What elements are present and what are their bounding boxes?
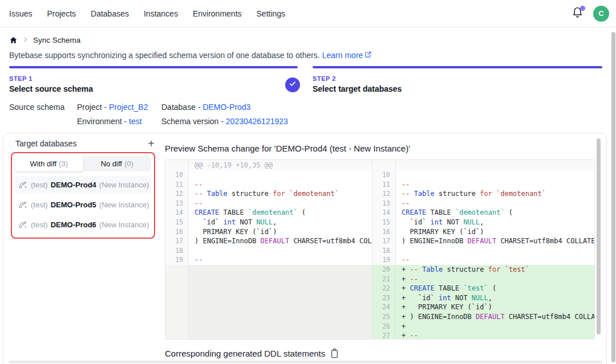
diff-line: 13-- [165,199,372,208]
diff-line: 10 [372,170,594,180]
avatar[interactable]: C [593,6,609,22]
diff-line: 18 [372,246,594,256]
notification-dot [580,6,585,11]
target-panel-header: Target databases + [15,138,155,149]
target-database-list: (test) DEMO-Prod4 (New Instance)(test) D… [15,176,151,233]
diff-line: 11-- [165,180,372,190]
sync-schema-page: IssuesProjectsDatabasesInstancesEnvironm… [0,0,616,364]
diff-line: 20+ -- Table structure for `test` [372,265,594,275]
diff-line: 15 `id` int NOT NULL, [165,218,372,227]
source-field-value[interactable]: Project_B2 [109,103,148,112]
step1-progress-bar [9,66,298,68]
mysql-icon [18,181,28,189]
source-field-project: Project - Project_B2 [77,103,161,112]
nav-item-issues[interactable]: Issues [9,9,32,18]
nav-items: IssuesProjectsDatabasesInstancesEnvironm… [9,0,285,27]
source-field-database: Database - DEMO-Prod3 [161,103,288,112]
diff-line: 24+ PRIMARY KEY (`id`) [372,302,594,312]
ddl-title: Corresponding generated DDL statements [165,349,325,358]
notification-bell-button[interactable] [570,7,584,21]
diff-line: 19-- [372,255,594,265]
source-field-value[interactable]: DEMO-Prod3 [202,103,250,112]
diff-line: 14CREATE TABLE `demotenant` ( [372,208,594,218]
source-field-value[interactable]: 20230426121923 [226,117,288,126]
target-database-item[interactable]: (test) DEMO-Prod6 (New Instance) [15,216,151,233]
external-link-icon [364,51,372,60]
target-panel-title: Target databases [15,139,76,148]
diff-line: 17) ENGINE=InnoDB DEFAULT CHARSET=utf8mb… [372,236,594,246]
diff-line: 12-- Table structure for `demotenant` [165,189,372,199]
tab-no-diff[interactable]: No diff(0) [83,156,152,171]
diff-pane-source: @@ -10,19 +10,35 @@ 1011--12-- Table str… [165,160,372,339]
home-icon[interactable] [9,36,18,44]
nav-item-environments[interactable]: Environments [193,9,242,18]
horizontal-scrollbar[interactable] [9,361,602,363]
learn-more-label: Learn more [322,51,363,60]
diff-line: 22+ CREATE TABLE `test` ( [372,284,594,293]
check-icon [289,80,297,90]
nav-item-projects[interactable]: Projects [47,9,76,18]
step2-title: Select target databases [313,84,402,93]
target-database-item[interactable]: (test) DEMO-Prod4 (New Instance) [15,176,151,193]
tab-with-diff[interactable]: With diff(3) [15,156,83,171]
source-schema-label: Source schema [9,103,64,112]
diff-left-rows: 1011--12-- Table structure for `demotena… [165,170,372,265]
diff-line: 26+ [372,322,594,332]
diff-line: 10 [165,170,372,180]
step1-completed-badge [285,77,300,92]
diff-line: 14CREATE TABLE `demotenant` ( [165,208,372,218]
intro-text: Bytebase supports synchronizing a specif… [9,51,372,60]
diff-line: 18 [165,246,372,256]
diff-right-header-row [372,160,594,170]
source-schema-fields: Project - Project_B2Database - DEMO-Prod… [77,103,288,126]
target-database-highlight-box: With diff(3)No diff(0) (test) DEMO-Prod4… [11,152,155,239]
diff-right-rows: 1011--12-- Table structure for `demotena… [372,170,594,339]
diff-line: 16 PRIMARY KEY (`id`) [165,227,372,237]
nav-item-settings[interactable]: Settings [257,9,286,18]
diff-line: 19-- [165,255,372,265]
preview-vertical-scrollbar[interactable] [597,138,601,334]
step2-progress-bar [313,66,602,68]
diff-pane-target: 1011--12-- Table structure for `demotena… [372,160,594,339]
mysql-icon [18,201,28,208]
target-database-item[interactable]: (test) DEMO-Prod5 (New Instance) [15,196,151,213]
source-field-value[interactable]: test [129,117,142,126]
diff-line: 13-- [372,199,594,208]
diff-line: 11-- [372,180,594,190]
add-target-database-button[interactable]: + [148,138,155,149]
page-vertical-scrollbar[interactable] [611,32,615,362]
diff-line: 21+ -- [372,275,594,284]
preview-title: Preview Schema change for 'DEMO-Prod4 (t… [165,144,410,153]
diff-line: 25+ ) ENGINE=InnoDB DEFAULT CHARSET=utf8… [372,312,594,322]
diff-line: 12-- Table structure for `demotenant` [372,189,594,199]
breadcrumb: Sync Schema [9,36,80,44]
diff-line: 23+ `id` int NOT NULL, [372,293,594,303]
mysql-icon [18,221,28,228]
diff-filter-tabs: With diff(3)No diff(0) [15,156,151,171]
chevron-right-icon [22,36,29,44]
breadcrumb-current: Sync Schema [33,36,80,44]
diff-line: 16 PRIMARY KEY (`id`) [372,227,594,237]
diff-hunk-header: @@ -10,19 +10,35 @@ [189,160,273,170]
step1: STEP 1 Select source schema [9,75,93,93]
nav-item-instances[interactable]: Instances [144,9,178,18]
clipboard-icon[interactable] [330,349,339,358]
step2-label: STEP 2 [313,75,402,82]
step1-label: STEP 1 [9,75,93,82]
nav-right: C [570,0,609,27]
schema-diff-viewer: @@ -10,19 +10,35 @@ 1011--12-- Table str… [165,159,595,340]
step2: STEP 2 Select target databases [313,75,402,93]
source-field-schema-version: Schema version - 20230426121923 [161,117,288,126]
diff-left-filler [165,265,372,339]
learn-more-link[interactable]: Learn more [322,51,372,60]
top-navigation: IssuesProjectsDatabasesInstancesEnvironm… [0,0,616,27]
diff-line: 17) ENGINE=InnoDB DEFAULT CHARSET=utf8mb… [165,236,372,246]
nav-item-databases[interactable]: Databases [91,9,129,18]
intro-description: Bytebase supports synchronizing a specif… [9,51,320,60]
diff-hunk-header-row: @@ -10,19 +10,35 @@ [165,160,372,170]
diff-line: 27+ -- [372,331,594,339]
step1-title: Select source schema [9,84,93,93]
source-field-environment: Environment - test [77,117,161,126]
diff-line: 15 `id` int NOT NULL, [372,218,594,227]
ddl-section-header: Corresponding generated DDL statements [165,349,339,358]
